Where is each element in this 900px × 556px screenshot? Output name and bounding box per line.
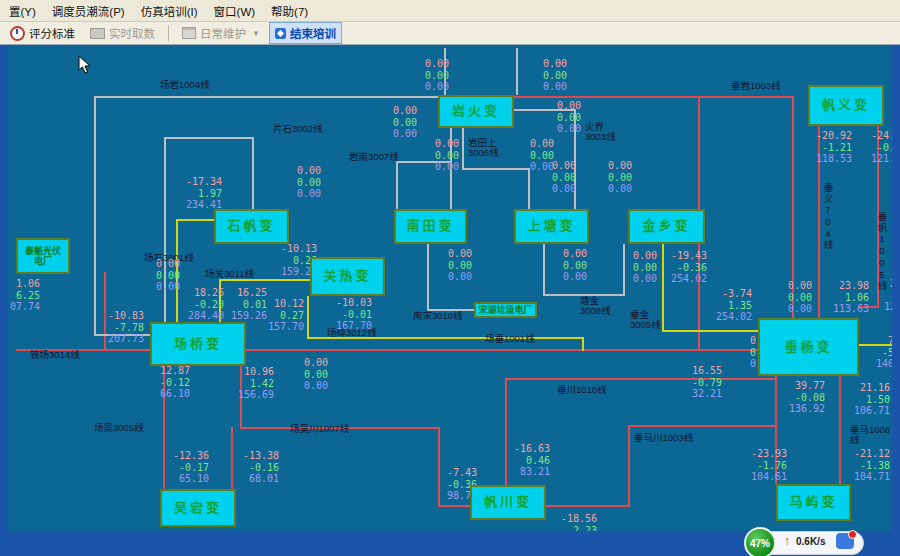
flow-value-p: 16.55 (676, 365, 722, 377)
flow-value-q: -0.08 (779, 392, 825, 404)
grid-diagram-canvas: 场岩1004线垂岩1003线片石3002线岩南3007线岩田上 3006线火界 … (8, 45, 892, 531)
flow-value-q: 0.00 (530, 172, 576, 184)
flow-values: -18.562.2392.77 (551, 513, 597, 531)
flow-value-p: 7.00 (866, 335, 892, 347)
flow-values: -17.341.97234.41 (176, 176, 222, 211)
dropdown-arrow-icon[interactable]: ▼ (252, 29, 260, 38)
menu-item-2[interactable]: 仿真培训(I) (134, 1, 205, 21)
flow-values: -20.92-1.21118.53 (806, 130, 852, 165)
line-label: 岩田上 3006线 (468, 138, 499, 159)
substation-box[interactable]: 金乡变 (628, 209, 705, 244)
flow-values: 10.961.42156.69 (228, 366, 274, 401)
menu-item-3[interactable]: 窗口(W) (207, 1, 263, 21)
flow-value-q: -5.31 (866, 347, 892, 359)
flow-value-q: 6.25 (8, 290, 40, 302)
flow-value-q: -7.78 (98, 322, 144, 334)
flow-value-q: -0.36 (661, 262, 707, 274)
flow-value-i: 207.73 (98, 333, 144, 345)
flow-value-p: -12.36 (163, 450, 209, 462)
substation-box[interactable]: 马屿变 (776, 484, 851, 521)
flow-value-q: -0.79 (676, 377, 722, 389)
flow-value-q: -1.38 (844, 460, 890, 472)
substation-box[interactable]: 吴宕变 (160, 489, 236, 527)
flow-value-q: 1.97 (176, 188, 222, 200)
flow-value-i: 07.74 (8, 301, 40, 313)
substation-box[interactable]: 石帆变 (214, 209, 289, 244)
substation-box[interactable]: 岩火变 (438, 95, 514, 128)
window-border-left (0, 45, 8, 556)
flow-value-i: 0.00 (426, 271, 472, 283)
line-label: 场吴3005线 (94, 423, 144, 433)
security-percent-badge[interactable]: 47% (744, 527, 776, 556)
substation-box[interactable]: 上塘变 (514, 209, 589, 244)
flow-value-p: 0.00 (413, 138, 459, 150)
clock-icon (10, 26, 25, 41)
substation-box[interactable]: 宋湖垃圾电厂 (474, 302, 537, 318)
flow-value-i: 104.71 (844, 471, 890, 483)
flow-value-i: 167.70 (326, 320, 372, 332)
flow-value-q: 0.00 (586, 172, 632, 184)
flow-values: 0.000.000.00 (530, 160, 576, 195)
flow-value-i: 66.10 (144, 388, 190, 400)
flow-value-i: 0.00 (766, 303, 812, 315)
flow-value-p: 0.00 (508, 138, 554, 150)
flow-value-q: 0.36 (874, 290, 892, 302)
transmission-line-segment (164, 137, 166, 322)
substation-box[interactable]: 帆义变 (808, 85, 884, 126)
flow-value-q: -0.17 (163, 462, 209, 474)
transmission-line-segment (16, 349, 758, 351)
flow-value-p: 0.00 (611, 250, 657, 262)
flow-value-q: -1.21 (806, 142, 852, 154)
flow-values: 24.680.36121.86 (874, 278, 892, 313)
flow-value-p: -16.63 (504, 443, 550, 455)
transmission-line-segment (176, 219, 216, 221)
flow-value-p: 16.25 (221, 287, 267, 299)
substation-box[interactable]: 南田变 (394, 209, 467, 244)
substation-box[interactable]: 帆川变 (470, 485, 546, 520)
flow-value-i: 118.53 (806, 153, 852, 165)
menu-item-4[interactable]: 帮助(7) (264, 1, 315, 21)
toolbar-button-0[interactable]: 评分标准 (4, 22, 81, 44)
substation-box[interactable]: 场桥变 (150, 322, 246, 366)
flow-value-i: 0.00 (275, 188, 321, 200)
flow-value-p: 1.06 (8, 278, 40, 290)
flow-value-p: -10.03 (326, 297, 372, 309)
flow-value-q: 0.00 (403, 70, 449, 82)
substation-box[interactable]: 泰魁光伏 电厂 (16, 238, 70, 274)
flow-value-i: 121.35 (861, 153, 892, 165)
flow-value-p: 10.12 (258, 298, 304, 310)
flow-value-q: 0.00 (275, 177, 321, 189)
toolbar-button-1[interactable]: 实时取数 (84, 22, 161, 44)
transmission-line-segment (628, 425, 630, 507)
toolbar-button-3[interactable]: 结束培训 (269, 22, 342, 44)
menu-item-1[interactable]: 调度员潮流(P) (45, 1, 132, 21)
flow-values: 1.066.2507.74 (8, 278, 40, 313)
flow-value-p: -13.38 (233, 450, 279, 462)
flow-value-i: 0.00 (134, 281, 180, 293)
network-speed-widget[interactable]: 47% ↑ 0.6K/s (744, 527, 864, 556)
flow-values: -10.03-0.01167.70 (326, 297, 372, 332)
flow-values: 0.000.000.00 (611, 250, 657, 285)
transmission-line-segment (438, 505, 474, 507)
toolbar-button-2[interactable]: 日常维护▼ (176, 22, 266, 44)
flow-value-i: 0.00 (535, 123, 581, 135)
substation-box[interactable]: 关热变 (310, 257, 385, 296)
transmission-line-segment (662, 330, 758, 332)
line-label: 铁场3014线 (30, 350, 80, 360)
flow-value-p: 0.00 (403, 58, 449, 70)
transmission-line-segment (94, 96, 96, 336)
line-label: 垂岩1003线 (731, 81, 781, 91)
flow-value-q: 1.42 (228, 378, 274, 390)
flow-value-q: 0.00 (413, 150, 459, 162)
flow-value-p: -19.43 (661, 250, 707, 262)
transmission-line-segment (582, 337, 584, 351)
flow-value-i: 0.00 (586, 183, 632, 195)
flow-values: 0.000.000.00 (426, 248, 472, 283)
substation-box[interactable]: 垂杨变 (758, 318, 859, 376)
menu-item-0[interactable]: 置(Y) (2, 1, 43, 21)
flow-value-p: 0.00 (371, 105, 417, 117)
flow-value-p: 24.68 (874, 278, 892, 290)
flow-values: -3.741.35254.02 (706, 288, 752, 323)
flow-value-p: 0.00 (766, 280, 812, 292)
flow-value-i: 0.00 (282, 380, 328, 392)
